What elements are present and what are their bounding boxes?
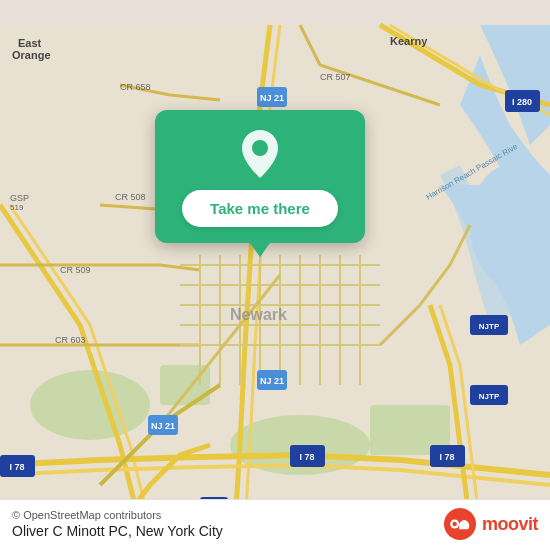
svg-point-52 bbox=[252, 140, 268, 156]
moovit-logo: moovit bbox=[444, 508, 538, 540]
svg-text:NJ 21: NJ 21 bbox=[260, 93, 284, 103]
svg-text:NJ 21: NJ 21 bbox=[151, 421, 175, 431]
svg-text:I 78: I 78 bbox=[299, 452, 314, 462]
svg-text:Orange: Orange bbox=[12, 49, 51, 61]
svg-text:GSP: GSP bbox=[10, 193, 29, 203]
svg-text:I 78: I 78 bbox=[9, 462, 24, 472]
svg-text:Newark: Newark bbox=[230, 306, 287, 323]
svg-text:519: 519 bbox=[10, 203, 24, 212]
copyright-text: © OpenStreetMap contributors bbox=[12, 509, 223, 521]
svg-point-55 bbox=[452, 522, 456, 526]
popup-card: Take me there bbox=[155, 110, 365, 243]
moovit-icon bbox=[444, 508, 476, 540]
svg-text:East: East bbox=[18, 37, 42, 49]
take-me-there-button[interactable]: Take me there bbox=[182, 190, 338, 227]
svg-text:I 78: I 78 bbox=[439, 452, 454, 462]
moovit-brand-text: moovit bbox=[482, 514, 538, 535]
svg-text:CR 658: CR 658 bbox=[120, 82, 151, 92]
svg-text:CR 508: CR 508 bbox=[115, 192, 146, 202]
bottom-left-info: © OpenStreetMap contributors Oliver C Mi… bbox=[12, 509, 223, 539]
svg-text:NJ 21: NJ 21 bbox=[260, 376, 284, 386]
map-background: Newark NJ 21 NJ 21 NJ 21 I 280 I 78 I 78… bbox=[0, 0, 550, 550]
svg-text:CR 603: CR 603 bbox=[55, 335, 86, 345]
location-pin-icon bbox=[236, 126, 284, 182]
bottom-bar: © OpenStreetMap contributors Oliver C Mi… bbox=[0, 499, 550, 550]
svg-text:NJTP: NJTP bbox=[479, 392, 500, 401]
svg-text:CR 509: CR 509 bbox=[60, 265, 91, 275]
location-label: Oliver C Minott PC, New York City bbox=[12, 523, 223, 539]
map-container: Newark NJ 21 NJ 21 NJ 21 I 280 I 78 I 78… bbox=[0, 0, 550, 550]
svg-point-2 bbox=[30, 370, 150, 440]
svg-text:NJTP: NJTP bbox=[479, 322, 500, 331]
location-icon-wrapper bbox=[234, 128, 286, 180]
svg-text:CR 507: CR 507 bbox=[320, 72, 351, 82]
svg-text:Kearny: Kearny bbox=[390, 35, 428, 47]
svg-text:I 280: I 280 bbox=[512, 97, 532, 107]
